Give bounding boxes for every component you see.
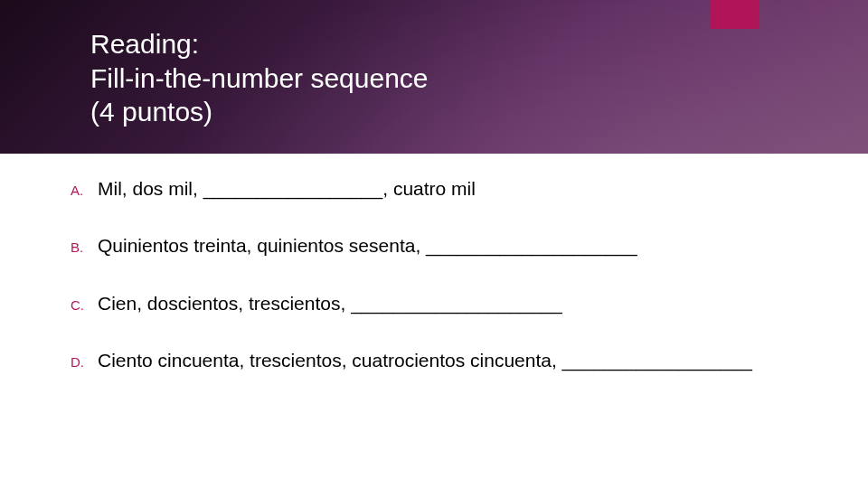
title-line-1: Reading: xyxy=(90,27,429,61)
question-text: Quinientos treinta, quinientos sesenta, … xyxy=(98,233,637,258)
question-text: Ciento cincuenta, trescientos, cuatrocie… xyxy=(98,348,752,372)
question-list: A. Mil, dos mil, _________________, cuat… xyxy=(71,176,832,405)
list-item: D. Ciento cincuenta, trescientos, cuatro… xyxy=(71,348,832,372)
question-text: Mil, dos mil, _________________, cuatro … xyxy=(98,176,476,201)
title-line-3: (4 puntos) xyxy=(90,95,429,129)
slide-title: Reading: Fill-in-the-number sequence (4 … xyxy=(90,27,429,129)
accent-tab xyxy=(710,0,760,29)
list-item: B. Quinientos treinta, quinientos sesent… xyxy=(71,233,832,258)
header-band: Reading: Fill-in-the-number sequence (4 … xyxy=(0,0,868,154)
question-marker: B. xyxy=(71,239,98,255)
list-item: C. Cien, doscientos, trescientos, ______… xyxy=(71,291,832,315)
question-marker: C. xyxy=(71,297,98,313)
title-line-2: Fill-in-the-number sequence xyxy=(90,61,429,96)
question-marker: D. xyxy=(71,354,98,370)
question-marker: A. xyxy=(71,183,98,198)
question-text: Cien, doscientos, trescientos, _________… xyxy=(98,291,562,315)
list-item: A. Mil, dos mil, _________________, cuat… xyxy=(71,176,832,201)
